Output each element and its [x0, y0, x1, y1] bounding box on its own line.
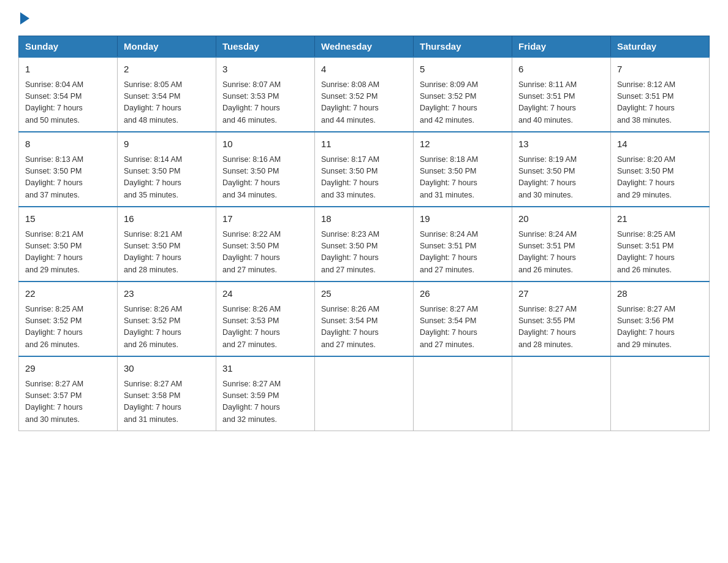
calendar-cell: 21Sunrise: 8:25 AMSunset: 3:51 PMDayligh…	[611, 207, 710, 282]
header-day-friday: Friday	[512, 36, 611, 58]
calendar-cell: 24Sunrise: 8:26 AMSunset: 3:53 PMDayligh…	[216, 282, 315, 356]
calendar-cell: 18Sunrise: 8:23 AMSunset: 3:50 PMDayligh…	[315, 207, 414, 282]
day-number: 23	[124, 287, 210, 301]
day-number: 18	[321, 212, 407, 226]
day-info: Sunrise: 8:27 AMSunset: 3:58 PMDaylight:…	[124, 378, 210, 426]
calendar-cell: 26Sunrise: 8:27 AMSunset: 3:54 PMDayligh…	[414, 282, 512, 356]
day-number: 13	[518, 137, 604, 151]
day-info: Sunrise: 8:11 AMSunset: 3:51 PMDaylight:…	[518, 79, 604, 127]
calendar-cell: 31Sunrise: 8:27 AMSunset: 3:59 PMDayligh…	[216, 356, 315, 431]
calendar-cell: 10Sunrise: 8:16 AMSunset: 3:50 PMDayligh…	[216, 132, 315, 207]
calendar-cell: 19Sunrise: 8:24 AMSunset: 3:51 PMDayligh…	[414, 207, 512, 282]
calendar-table: SundayMondayTuesdayWednesdayThursdayFrid…	[18, 36, 710, 431]
day-number: 28	[617, 287, 703, 301]
day-info: Sunrise: 8:04 AMSunset: 3:54 PMDaylight:…	[25, 79, 111, 127]
day-info: Sunrise: 8:26 AMSunset: 3:54 PMDaylight:…	[321, 304, 407, 351]
header-day-saturday: Saturday	[611, 36, 710, 58]
calendar-cell: 15Sunrise: 8:21 AMSunset: 3:50 PMDayligh…	[19, 207, 118, 282]
calendar-cell: 4Sunrise: 8:08 AMSunset: 3:52 PMDaylight…	[315, 57, 414, 132]
calendar-cell	[611, 356, 710, 431]
calendar-cell: 16Sunrise: 8:21 AMSunset: 3:50 PMDayligh…	[118, 207, 216, 282]
day-info: Sunrise: 8:19 AMSunset: 3:50 PMDaylight:…	[518, 154, 604, 202]
day-info: Sunrise: 8:25 AMSunset: 3:51 PMDaylight:…	[617, 229, 703, 277]
day-info: Sunrise: 8:21 AMSunset: 3:50 PMDaylight:…	[25, 229, 111, 277]
day-info: Sunrise: 8:12 AMSunset: 3:51 PMDaylight:…	[617, 79, 703, 127]
header-day-thursday: Thursday	[414, 36, 512, 58]
day-number: 11	[321, 137, 407, 151]
calendar-cell: 7Sunrise: 8:12 AMSunset: 3:51 PMDaylight…	[611, 57, 710, 132]
calendar-cell: 29Sunrise: 8:27 AMSunset: 3:57 PMDayligh…	[19, 356, 118, 431]
day-number: 31	[222, 362, 308, 376]
day-number: 5	[420, 63, 506, 77]
day-info: Sunrise: 8:18 AMSunset: 3:50 PMDaylight:…	[420, 154, 506, 202]
day-number: 3	[222, 63, 308, 77]
calendar-cell: 20Sunrise: 8:24 AMSunset: 3:51 PMDayligh…	[512, 207, 611, 282]
day-number: 26	[420, 287, 506, 301]
calendar-cell: 23Sunrise: 8:26 AMSunset: 3:52 PMDayligh…	[118, 282, 216, 356]
day-info: Sunrise: 8:22 AMSunset: 3:50 PMDaylight:…	[222, 229, 308, 277]
day-info: Sunrise: 8:08 AMSunset: 3:52 PMDaylight:…	[321, 79, 407, 127]
day-info: Sunrise: 8:26 AMSunset: 3:52 PMDaylight:…	[124, 304, 210, 351]
day-number: 21	[617, 212, 703, 226]
calendar-header: SundayMondayTuesdayWednesdayThursdayFrid…	[19, 36, 710, 58]
week-row-4: 22Sunrise: 8:25 AMSunset: 3:52 PMDayligh…	[19, 282, 710, 356]
header-day-monday: Monday	[118, 36, 216, 58]
day-info: Sunrise: 8:24 AMSunset: 3:51 PMDaylight:…	[518, 229, 604, 277]
day-info: Sunrise: 8:14 AMSunset: 3:50 PMDaylight:…	[124, 154, 210, 202]
calendar-cell: 27Sunrise: 8:27 AMSunset: 3:55 PMDayligh…	[512, 282, 611, 356]
day-number: 24	[222, 287, 308, 301]
header-day-tuesday: Tuesday	[216, 36, 315, 58]
week-row-3: 15Sunrise: 8:21 AMSunset: 3:50 PMDayligh…	[19, 207, 710, 282]
day-info: Sunrise: 8:20 AMSunset: 3:50 PMDaylight:…	[617, 154, 703, 202]
header-row: SundayMondayTuesdayWednesdayThursdayFrid…	[19, 36, 710, 58]
day-info: Sunrise: 8:09 AMSunset: 3:52 PMDaylight:…	[420, 79, 506, 127]
day-number: 20	[518, 212, 604, 226]
calendar-cell: 3Sunrise: 8:07 AMSunset: 3:53 PMDaylight…	[216, 57, 315, 132]
day-number: 30	[124, 362, 210, 376]
day-info: Sunrise: 8:27 AMSunset: 3:54 PMDaylight:…	[420, 304, 506, 351]
day-number: 14	[617, 137, 703, 151]
day-number: 8	[25, 137, 111, 151]
calendar-cell: 11Sunrise: 8:17 AMSunset: 3:50 PMDayligh…	[315, 132, 414, 207]
day-info: Sunrise: 8:17 AMSunset: 3:50 PMDaylight:…	[321, 154, 407, 202]
calendar-body: 1Sunrise: 8:04 AMSunset: 3:54 PMDaylight…	[19, 57, 710, 431]
day-info: Sunrise: 8:26 AMSunset: 3:53 PMDaylight:…	[222, 304, 308, 351]
logo	[18, 12, 29, 25]
calendar-cell	[512, 356, 611, 431]
day-info: Sunrise: 8:23 AMSunset: 3:50 PMDaylight:…	[321, 229, 407, 277]
calendar-cell: 2Sunrise: 8:05 AMSunset: 3:54 PMDaylight…	[118, 57, 216, 132]
day-number: 1	[25, 63, 111, 77]
day-number: 17	[222, 212, 308, 226]
calendar-cell	[315, 356, 414, 431]
day-number: 2	[124, 63, 210, 77]
day-number: 27	[518, 287, 604, 301]
day-info: Sunrise: 8:27 AMSunset: 3:56 PMDaylight:…	[617, 304, 703, 351]
day-number: 4	[321, 63, 407, 77]
day-info: Sunrise: 8:27 AMSunset: 3:59 PMDaylight:…	[222, 378, 308, 426]
day-number: 22	[25, 287, 111, 301]
calendar-cell	[414, 356, 512, 431]
calendar-cell: 13Sunrise: 8:19 AMSunset: 3:50 PMDayligh…	[512, 132, 611, 207]
week-row-5: 29Sunrise: 8:27 AMSunset: 3:57 PMDayligh…	[19, 356, 710, 431]
calendar-cell: 22Sunrise: 8:25 AMSunset: 3:52 PMDayligh…	[19, 282, 118, 356]
calendar-cell: 28Sunrise: 8:27 AMSunset: 3:56 PMDayligh…	[611, 282, 710, 356]
page-header	[18, 12, 710, 25]
day-info: Sunrise: 8:27 AMSunset: 3:55 PMDaylight:…	[518, 304, 604, 351]
calendar-cell: 6Sunrise: 8:11 AMSunset: 3:51 PMDaylight…	[512, 57, 611, 132]
calendar-cell: 8Sunrise: 8:13 AMSunset: 3:50 PMDaylight…	[19, 132, 118, 207]
day-info: Sunrise: 8:07 AMSunset: 3:53 PMDaylight:…	[222, 79, 308, 127]
day-number: 9	[124, 137, 210, 151]
header-day-sunday: Sunday	[19, 36, 118, 58]
day-info: Sunrise: 8:27 AMSunset: 3:57 PMDaylight:…	[25, 378, 111, 426]
calendar-cell: 25Sunrise: 8:26 AMSunset: 3:54 PMDayligh…	[315, 282, 414, 356]
week-row-1: 1Sunrise: 8:04 AMSunset: 3:54 PMDaylight…	[19, 57, 710, 132]
logo-triangle-icon	[20, 12, 29, 25]
day-info: Sunrise: 8:24 AMSunset: 3:51 PMDaylight:…	[420, 229, 506, 277]
day-number: 19	[420, 212, 506, 226]
week-row-2: 8Sunrise: 8:13 AMSunset: 3:50 PMDaylight…	[19, 132, 710, 207]
day-info: Sunrise: 8:05 AMSunset: 3:54 PMDaylight:…	[124, 79, 210, 127]
calendar-cell: 17Sunrise: 8:22 AMSunset: 3:50 PMDayligh…	[216, 207, 315, 282]
day-number: 29	[25, 362, 111, 376]
calendar-cell: 14Sunrise: 8:20 AMSunset: 3:50 PMDayligh…	[611, 132, 710, 207]
day-info: Sunrise: 8:13 AMSunset: 3:50 PMDaylight:…	[25, 154, 111, 202]
